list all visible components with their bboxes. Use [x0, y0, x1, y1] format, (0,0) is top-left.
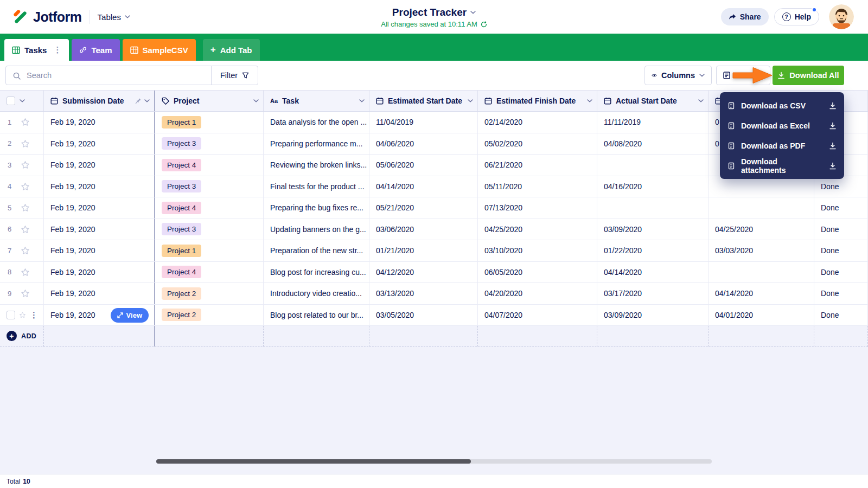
row-select-cell[interactable]: 5 — [0, 197, 44, 219]
cell-estimated-finish[interactable]: 05/11/2020 — [478, 176, 597, 197]
cell-estimated-finish[interactable]: 03/10/2020 — [478, 240, 597, 261]
tab-samplecsv[interactable]: SampleCSV — [123, 39, 196, 61]
menu-item-download-excel[interactable]: Download as Excel — [720, 115, 844, 136]
chevron-down-icon[interactable] — [468, 99, 473, 102]
cell-actual-start[interactable]: 04/14/2020 — [597, 262, 709, 283]
row-checkbox[interactable] — [7, 311, 15, 319]
cell-actual-finish[interactable]: 03/03/2020 — [709, 240, 814, 261]
cell-status[interactable]: Done — [814, 240, 868, 261]
select-all-checkbox[interactable] — [7, 97, 15, 105]
cell-estimated-finish[interactable]: 06/05/2020 — [478, 262, 597, 283]
cell-task[interactable]: Preparing the bug fixes re... — [264, 197, 369, 219]
row-select-cell[interactable]: 7 — [0, 240, 44, 261]
row-select-cell[interactable]: 2 — [0, 133, 44, 155]
cell-actual-finish[interactable]: 04/14/2020 — [709, 283, 814, 304]
cell-estimated-start[interactable]: 03/13/2020 — [369, 283, 478, 304]
cell-actual-start[interactable] — [597, 155, 709, 176]
row-select-cell[interactable]: ⋮ — [0, 305, 44, 326]
cell-estimated-finish[interactable]: 04/25/2020 — [478, 219, 597, 240]
header-submission-date[interactable]: Submission Date — [44, 91, 155, 111]
cell-actual-start[interactable]: 04/08/2020 — [597, 133, 709, 155]
cell-task[interactable]: Blog post for increasing cu... — [264, 262, 369, 283]
cell-task[interactable]: Updating banners on the g... — [264, 219, 369, 240]
columns-button[interactable]: Columns — [644, 66, 712, 85]
row-select-cell[interactable]: 1 — [0, 112, 44, 133]
cell-actual-start[interactable]: 03/09/2020 — [597, 305, 709, 326]
cell-submission-date[interactable]: Feb 19, 2020 — [44, 219, 155, 240]
add-tab-button[interactable]: + Add Tab — [203, 39, 260, 61]
chevron-down-icon[interactable] — [20, 99, 25, 102]
cell-estimated-start[interactable]: 04/14/2020 — [369, 176, 478, 197]
cell-task[interactable]: Blog post related to our br... — [264, 305, 369, 326]
star-icon[interactable] — [21, 118, 30, 126]
cell-project[interactable]: Project 3 — [155, 219, 264, 240]
cell-status[interactable]: Done — [814, 176, 868, 197]
cell-submission-date[interactable]: Feb 19, 2020 — [44, 133, 155, 155]
header-project[interactable]: Project — [155, 91, 264, 111]
cell-project[interactable]: Project 2 — [155, 283, 264, 304]
cell-actual-start[interactable]: 01/22/2020 — [597, 240, 709, 261]
menu-item-download-pdf[interactable]: Download as PDF — [720, 136, 844, 156]
cell-estimated-finish[interactable]: 06/21/2020 — [478, 155, 597, 176]
star-icon[interactable] — [21, 289, 30, 298]
cell-status[interactable]: Done — [814, 262, 868, 283]
star-icon[interactable] — [21, 246, 30, 255]
star-icon[interactable] — [21, 139, 30, 148]
tab-tasks[interactable]: Tasks ⋮ — [4, 39, 69, 61]
row-select-cell[interactable]: 3 — [0, 155, 44, 176]
chevron-down-icon[interactable] — [253, 99, 259, 102]
cell-actual-finish[interactable] — [709, 176, 814, 197]
cell-estimated-finish[interactable]: 05/02/2020 — [478, 133, 597, 155]
tab-menu-icon[interactable]: ⋮ — [53, 45, 61, 55]
menu-item-download-csv[interactable]: Download as CSV — [720, 95, 844, 115]
cell-estimated-finish[interactable]: 04/07/2020 — [478, 305, 597, 326]
cell-status[interactable]: Done — [814, 219, 868, 240]
cell-estimated-start[interactable]: 04/06/2020 — [369, 133, 478, 155]
cell-estimated-start[interactable]: 03/06/2020 — [369, 219, 478, 240]
cell-submission-date[interactable]: Feb 19, 2020 View — [44, 305, 155, 326]
cell-estimated-finish[interactable]: 02/14/2020 — [478, 112, 597, 133]
add-entry-button[interactable]: + ADD — [7, 331, 36, 341]
cell-project[interactable]: Project 1 — [155, 240, 264, 261]
cell-submission-date[interactable]: Feb 19, 2020 — [44, 197, 155, 219]
scrollbar-thumb[interactable] — [156, 459, 471, 464]
star-icon[interactable] — [21, 182, 30, 191]
page-title[interactable]: Project Tracker — [392, 7, 476, 18]
header-estimated-finish-date[interactable]: Estimated Finish Date — [478, 91, 597, 111]
filter-button[interactable]: Filter — [211, 66, 258, 85]
star-icon[interactable] — [21, 203, 30, 212]
search-input[interactable] — [6, 66, 211, 85]
cell-submission-date[interactable]: Feb 19, 2020 — [44, 155, 155, 176]
cell-task[interactable]: Preparation of the new str... — [264, 240, 369, 261]
cell-project[interactable]: Project 4 — [155, 197, 264, 219]
cell-submission-date[interactable]: Feb 19, 2020 — [44, 176, 155, 197]
cell-estimated-start[interactable]: 05/21/2020 — [369, 197, 478, 219]
chevron-down-icon[interactable] — [698, 99, 704, 102]
header-task[interactable]: Aa Task — [264, 91, 369, 111]
star-icon[interactable] — [21, 160, 30, 169]
cell-estimated-finish[interactable]: 07/13/2020 — [478, 197, 597, 219]
chevron-down-icon[interactable] — [144, 99, 150, 102]
cell-actual-finish[interactable] — [709, 262, 814, 283]
cell-estimated-start[interactable]: 05/06/2020 — [369, 155, 478, 176]
cell-actual-start[interactable]: 03/09/2020 — [597, 219, 709, 240]
cell-actual-finish[interactable]: 04/01/2020 — [709, 305, 814, 326]
cell-actual-start[interactable]: 03/17/2020 — [597, 283, 709, 304]
cell-estimated-finish[interactable]: 04/20/2020 — [478, 283, 597, 304]
cell-actual-finish[interactable] — [709, 197, 814, 219]
cell-project[interactable]: Project 2 — [155, 305, 264, 326]
cell-project[interactable]: Project 4 — [155, 155, 264, 176]
row-menu-icon[interactable]: ⋮ — [30, 310, 38, 320]
cell-project[interactable]: Project 4 — [155, 262, 264, 283]
cell-status[interactable]: Done — [814, 197, 868, 219]
row-select-cell[interactable]: 6 — [0, 219, 44, 240]
cell-submission-date[interactable]: Feb 19, 2020 — [44, 240, 155, 261]
chevron-down-icon[interactable] — [359, 99, 365, 102]
tab-team[interactable]: Team — [72, 39, 119, 61]
cell-project[interactable]: Project 3 — [155, 133, 264, 155]
chevron-down-icon[interactable] — [587, 99, 592, 102]
star-icon[interactable] — [19, 311, 26, 319]
user-avatar[interactable] — [829, 4, 854, 29]
cell-actual-start[interactable]: 04/16/2020 — [597, 176, 709, 197]
cell-actual-start[interactable]: 11/11/2019 — [597, 112, 709, 133]
